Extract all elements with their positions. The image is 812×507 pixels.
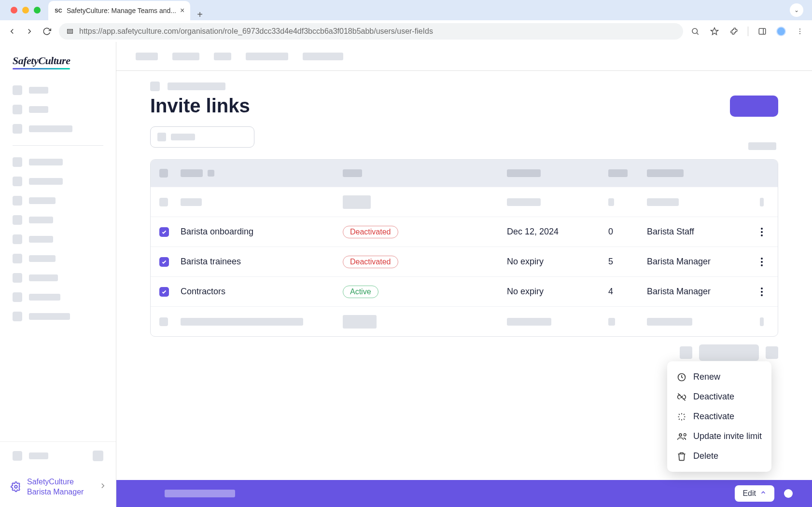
sidebar-item-skeleton bbox=[0, 152, 116, 172]
menu-reactivate[interactable]: Reactivate bbox=[667, 407, 771, 426]
breadcrumb-skeleton bbox=[150, 82, 778, 91]
row-checkbox[interactable] bbox=[159, 227, 169, 237]
primary-button-skeleton[interactable] bbox=[730, 96, 778, 117]
sidebar-bottom-skeleton bbox=[0, 442, 116, 470]
cell-limit: 5 bbox=[608, 257, 647, 267]
menu-label: Delete bbox=[693, 451, 718, 461]
invite-links-table: Barista onboarding Deactivated Dec 12, 2… bbox=[150, 159, 778, 337]
page-header: Invite links bbox=[150, 95, 778, 117]
chevron-up-icon bbox=[760, 489, 767, 498]
menu-label: Reactivate bbox=[693, 411, 734, 422]
sidepanel-icon[interactable] bbox=[757, 26, 768, 37]
url-input[interactable]: https://app.safetycuIture.com/organisati… bbox=[59, 23, 683, 40]
sidebar-item-skeleton bbox=[0, 172, 116, 191]
browser-chrome: SC SafetyCulture: Manage Teams and... × … bbox=[0, 0, 812, 42]
sidebar-item-skeleton bbox=[0, 268, 116, 288]
reload-button[interactable] bbox=[42, 26, 52, 37]
svg-point-7 bbox=[679, 434, 682, 436]
users-icon bbox=[677, 432, 686, 441]
tab-bar: SC SafetyCulture: Manage Teams and... × … bbox=[0, 0, 812, 20]
edit-button[interactable]: Edit bbox=[735, 485, 774, 502]
org-switcher[interactable]: SafetyCulture Barista Manager bbox=[0, 470, 116, 507]
page-prev-skeleton[interactable] bbox=[680, 346, 692, 359]
sidebar-divider bbox=[13, 145, 103, 146]
minimize-window-icon[interactable] bbox=[22, 7, 29, 14]
logo[interactable]: SafetyCulture bbox=[0, 42, 116, 76]
profile-avatar[interactable] bbox=[776, 27, 786, 36]
cell-name[interactable]: Barista onboarding bbox=[181, 227, 343, 237]
selection-count-skeleton bbox=[165, 490, 235, 497]
menu-deactivate[interactable]: Deactivate bbox=[667, 387, 771, 407]
search-icon bbox=[157, 133, 166, 141]
row-actions-icon[interactable] bbox=[761, 288, 763, 296]
search-skeleton[interactable] bbox=[150, 126, 254, 148]
cell-expiry: No expiry bbox=[507, 257, 608, 267]
sidebar-item-skeleton bbox=[0, 100, 116, 119]
bookmark-icon[interactable] bbox=[709, 26, 720, 37]
window-controls bbox=[6, 0, 48, 20]
sidebar-item-skeleton bbox=[0, 191, 116, 210]
sidebar: SafetyCulture bbox=[0, 42, 116, 507]
browser-tab[interactable]: SC SafetyCulture: Manage Teams and... × bbox=[48, 1, 190, 20]
back-button[interactable] bbox=[7, 26, 17, 37]
tab-close-icon[interactable]: × bbox=[180, 6, 184, 15]
org-line1: SafetyCulture bbox=[27, 477, 84, 487]
menu-label: Deactivate bbox=[693, 392, 734, 402]
cell-name[interactable]: Contractors bbox=[181, 287, 343, 297]
cell-expiry: Dec 12, 2024 bbox=[507, 227, 608, 237]
svg-point-4 bbox=[799, 33, 800, 34]
page-select-skeleton[interactable] bbox=[699, 344, 759, 361]
row-checkbox[interactable] bbox=[159, 287, 169, 297]
cell-status: Active bbox=[343, 286, 507, 298]
menu-label: Update invite limit bbox=[693, 431, 762, 441]
cell-group: Barista Staff bbox=[647, 227, 755, 237]
table-header bbox=[151, 160, 778, 187]
row-actions-icon[interactable] bbox=[761, 258, 763, 266]
page-next-skeleton[interactable] bbox=[766, 346, 778, 359]
divider bbox=[748, 27, 748, 36]
status-badge: Active bbox=[343, 286, 378, 298]
bulk-actions-menu: Renew Deactivate Reactivate Update invit… bbox=[667, 361, 771, 472]
cell-group: Barista Manager bbox=[647, 287, 755, 297]
sparkle-icon bbox=[677, 412, 686, 422]
zoom-icon[interactable] bbox=[690, 26, 700, 37]
sidebar-item-skeleton bbox=[0, 230, 116, 249]
pagination-skeleton bbox=[150, 344, 778, 361]
svg-rect-1 bbox=[759, 28, 766, 34]
browser-menu-icon[interactable] bbox=[795, 26, 805, 37]
table-row: Barista trainees Deactivated No expiry 5… bbox=[151, 247, 778, 276]
url-text: https://app.safetycuIture.com/organisati… bbox=[79, 27, 433, 36]
menu-update-limit[interactable]: Update invite limit bbox=[667, 426, 771, 446]
link-off-icon bbox=[677, 392, 686, 402]
cell-limit: 4 bbox=[608, 287, 647, 297]
new-tab-button[interactable]: + bbox=[190, 9, 210, 20]
tab-title: SafetyCulture: Manage Teams and... bbox=[67, 7, 176, 14]
table-row-skeleton bbox=[151, 306, 778, 336]
site-info-icon[interactable] bbox=[66, 27, 74, 36]
menu-label: Renew bbox=[693, 372, 720, 382]
edit-label: Edit bbox=[742, 489, 756, 498]
extensions-icon[interactable] bbox=[728, 26, 739, 37]
cell-group: Barista Manager bbox=[647, 257, 755, 267]
svg-point-0 bbox=[692, 28, 698, 34]
forward-button[interactable] bbox=[24, 26, 35, 37]
sidebar-item-skeleton bbox=[0, 249, 116, 268]
svg-point-5 bbox=[14, 486, 17, 489]
cell-name[interactable]: Barista trainees bbox=[181, 257, 343, 267]
address-bar: https://app.safetycuIture.com/organisati… bbox=[0, 20, 812, 42]
menu-delete[interactable]: Delete bbox=[667, 446, 771, 466]
select-all-checkbox-skeleton[interactable] bbox=[159, 169, 168, 178]
sidebar-item-skeleton bbox=[0, 119, 116, 138]
count-skeleton bbox=[748, 142, 776, 150]
logo-text: SafetyCulture bbox=[13, 55, 70, 67]
close-window-icon[interactable] bbox=[11, 7, 17, 14]
maximize-window-icon[interactable] bbox=[34, 7, 41, 14]
action-close-icon[interactable] bbox=[784, 489, 793, 498]
bulk-action-bar: Edit bbox=[116, 480, 812, 507]
row-actions-icon[interactable] bbox=[761, 228, 763, 236]
main: Invite links bbox=[116, 42, 812, 507]
tabs-dropdown-icon[interactable]: ⌄ bbox=[790, 3, 803, 17]
row-checkbox[interactable] bbox=[159, 257, 169, 267]
org-name: SafetyCulture Barista Manager bbox=[27, 477, 84, 497]
menu-renew[interactable]: Renew bbox=[667, 367, 771, 387]
